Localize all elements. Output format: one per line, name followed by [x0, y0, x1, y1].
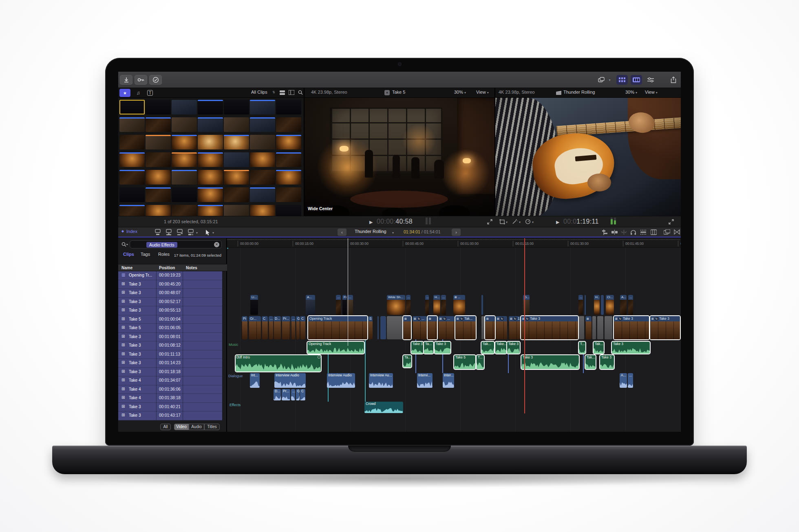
storyline-clip[interactable]: C: [300, 316, 305, 339]
dialogue-clip[interactable]: ...: [628, 373, 633, 388]
index-row[interactable]: ⊞Take 300:00:48:07: [118, 289, 222, 298]
browser-clip-thumbnail[interactable]: [146, 205, 171, 216]
connected-clip[interactable]: [585, 295, 586, 315]
dialogue-clip[interactable]: Interview Au...: [369, 373, 393, 388]
connected-clip[interactable]: ...: [347, 295, 353, 315]
browser-clip-thumbnail[interactable]: [119, 152, 145, 167]
browser-clip-thumbnail[interactable]: [198, 187, 223, 202]
browser-clip-thumbnail[interactable]: [250, 205, 275, 216]
storyline-clip[interactable]: ...: [269, 316, 273, 339]
storyline-clip[interactable]: G: [296, 316, 300, 339]
storyline-clip[interactable]: ⊞↻Tak...: [455, 316, 476, 339]
connected-clip[interactable]: [481, 295, 483, 315]
crop-tool-button[interactable]: [499, 219, 505, 224]
connected-clip[interactable]: Fr: [342, 295, 347, 315]
filter-titles[interactable]: Titles: [204, 424, 220, 430]
storyline-clip[interactable]: [377, 316, 379, 339]
browser-clip-thumbnail[interactable]: [119, 187, 145, 202]
connected-clip[interactable]: Cl...: [606, 295, 614, 315]
playhead[interactable]: [524, 238, 525, 413]
connected-clip[interactable]: H...: [433, 295, 440, 315]
storyline-clip[interactable]: ⊞↻1: [509, 316, 520, 339]
sidebar-titles-button[interactable]: T: [145, 89, 155, 97]
column-name[interactable]: Name: [121, 266, 132, 270]
music-clip[interactable]: Take 3: [411, 342, 423, 354]
browser-clip-thumbnail[interactable]: [276, 187, 301, 202]
index-row[interactable]: ⊞Take 300:01:14:23: [118, 359, 222, 368]
browser-clip-thumbnail[interactable]: [146, 100, 171, 114]
effects-clip[interactable]: Crowd: [364, 402, 403, 413]
connect-edit-button[interactable]: [154, 229, 161, 235]
browser-clip-thumbnail[interactable]: [250, 117, 275, 132]
timeline-project-name[interactable]: Thunder Rolling: [355, 229, 386, 234]
overwrite-edit-button[interactable]: [187, 229, 194, 235]
dialogue-clip[interactable]: Pr...: [282, 389, 290, 400]
filter-audio[interactable]: Audio: [189, 424, 204, 430]
picture-in-picture-icon[interactable]: [664, 229, 670, 235]
index-tab-clips[interactable]: Clips: [123, 252, 134, 257]
index-row[interactable]: ⊞Take 300:01:11:13: [118, 350, 222, 359]
expand-icon[interactable]: [669, 219, 674, 224]
index-row[interactable]: ⊞Take 300:00:55:13: [118, 306, 222, 315]
browser-clip-thumbnail[interactable]: [276, 117, 301, 132]
search-icon[interactable]: [298, 90, 303, 95]
storyline-clip[interactable]: ⊞↻...: [438, 316, 455, 339]
gap-clip[interactable]: [481, 316, 484, 339]
browser-clip-thumbnail[interactable]: [146, 187, 171, 202]
browser-clip-thumbnail[interactable]: [119, 170, 145, 185]
browser-clip-thumbnail[interactable]: [224, 135, 249, 149]
storyline-clip[interactable]: C: [262, 316, 268, 339]
duration-slider-icon[interactable]: [289, 90, 294, 95]
browser-clip-thumbnail[interactable]: [119, 205, 145, 216]
audio-meter[interactable]: [429, 218, 431, 224]
fade-handle[interactable]: [236, 356, 239, 358]
music-clip[interactable]: Tak...: [585, 355, 596, 369]
connected-clip[interactable]: ...: [441, 295, 446, 315]
connected-clip[interactable]: Wide Sh...: [387, 295, 405, 315]
browser-clip-thumbnail[interactable]: [146, 135, 171, 149]
storyline-clip[interactable]: ⊞↻Take 3: [650, 316, 680, 339]
storyline-clip[interactable]: Gr...: [249, 316, 261, 339]
clear-search-icon[interactable]: ✕: [214, 242, 219, 247]
storyline-clip[interactable]: Opening Track: [308, 316, 367, 339]
music-clip[interactable]: Take 3: [600, 355, 614, 369]
solo-headphones-icon[interactable]: [630, 229, 636, 235]
browser-clip-grid[interactable]: [118, 98, 304, 216]
index-row[interactable]: ⊞Take 500:01:06:05: [118, 324, 222, 333]
browser-clip-thumbnail[interactable]: [119, 117, 145, 132]
dialogue-clip[interactable]: Inter...: [443, 373, 454, 388]
browser-clip-thumbnail[interactable]: [172, 117, 197, 132]
browser-clip-thumbnail[interactable]: [224, 170, 249, 185]
music-clip[interactable]: T...: [477, 355, 484, 369]
inspector-toggle-button[interactable]: [645, 75, 656, 85]
filter-video[interactable]: Video: [174, 424, 189, 430]
sidebar-media-button[interactable]: ★: [119, 89, 130, 97]
transition-bowtie-icon[interactable]: [674, 229, 680, 235]
column-position[interactable]: Position: [159, 266, 175, 270]
browser-clip-thumbnail[interactable]: [250, 135, 275, 149]
browser-clip-thumbnail[interactable]: [198, 117, 223, 132]
storyline-clip[interactable]: ⊞↻: [496, 316, 507, 339]
music-clip[interactable]: T...: [579, 342, 585, 354]
connected-clip[interactable]: ...: [406, 295, 411, 315]
index-row[interactable]: ⊞Take 400:01:38:18: [118, 394, 222, 403]
storyline-clip[interactable]: ⊞: [403, 316, 411, 339]
storyline-clip[interactable]: ⊞: [428, 316, 437, 339]
browser-clip-thumbnail[interactable]: [276, 152, 301, 167]
browser-clip-thumbnail[interactable]: [119, 100, 145, 114]
connected-clip[interactable]: Li...: [250, 295, 258, 315]
index-search-text[interactable]: Audio Effects: [146, 242, 177, 248]
browser-clip-thumbnail[interactable]: [250, 170, 275, 185]
event-viewer[interactable]: Wide Center: [305, 98, 494, 216]
music-clip[interactable]: Riff Intro: [236, 355, 321, 372]
browser-clip-thumbnail[interactable]: [172, 135, 197, 149]
storyline-clip[interactable]: ⊞: [485, 316, 495, 339]
storyline-clip[interactable]: ⊞: [585, 316, 592, 339]
index-row[interactable]: ⊞Take 400:01:36:06: [118, 385, 222, 394]
browser-clip-thumbnail[interactable]: [146, 117, 171, 132]
import-button[interactable]: [120, 75, 132, 85]
dialogue-clip[interactable]: Interview Audio: [327, 373, 355, 388]
connected-clip[interactable]: ...: [578, 295, 583, 315]
browser-clip-thumbnail[interactable]: [276, 100, 301, 114]
browser-clip-thumbnail[interactable]: [224, 152, 249, 167]
